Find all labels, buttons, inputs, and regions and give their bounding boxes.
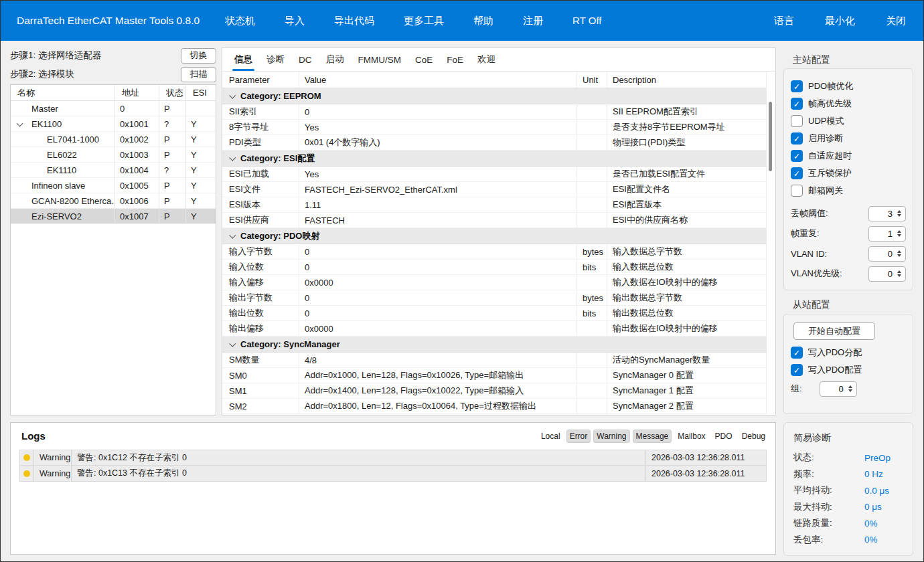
- log-filter-error[interactable]: Error: [566, 430, 591, 443]
- chevron-down-icon[interactable]: [229, 155, 236, 161]
- spinner-up-icon[interactable]: [897, 270, 901, 273]
- param-row[interactable]: SM0Addr=0x1000, Len=128, Flags=0x10026, …: [222, 368, 767, 383]
- tree-row[interactable]: Infineon slave0x1005PY: [11, 178, 216, 193]
- param-row[interactable]: 输入位数0bits输入数据总位数: [222, 260, 767, 275]
- param-row[interactable]: 8字节寻址Yes是否支持8字节EEPROM寻址: [222, 120, 767, 135]
- detail-tab[interactable]: 信息: [234, 48, 252, 71]
- category-row[interactable]: Category: SyncManager: [222, 337, 767, 353]
- param-header-value[interactable]: Value: [299, 72, 577, 88]
- detail-tab[interactable]: 启动: [326, 48, 344, 71]
- param-row[interactable]: SM数量4/8活动的SyncManager数量: [222, 353, 767, 368]
- spinner-down-icon[interactable]: [897, 214, 901, 217]
- param-row[interactable]: SM2Addr=0x1800, Len=12, Flags=0x10064, T…: [222, 399, 767, 414]
- spinner-down-icon[interactable]: [897, 254, 901, 257]
- detail-tab[interactable]: CoE: [415, 48, 433, 71]
- checkbox[interactable]: [791, 185, 803, 197]
- spinner-up-icon[interactable]: [897, 210, 901, 213]
- tree-header-address[interactable]: 地址: [115, 85, 159, 101]
- detail-tab[interactable]: 欢迎: [477, 48, 495, 71]
- tree-row[interactable]: Master0P: [11, 101, 216, 116]
- spinner-up-icon[interactable]: [848, 385, 852, 388]
- tree-header-status[interactable]: 状态: [159, 85, 186, 101]
- tree-header-esi[interactable]: ESI: [186, 85, 216, 101]
- titlebar-menu-item[interactable]: 更多工具: [404, 15, 444, 27]
- spinner-input[interactable]: 0: [820, 381, 857, 397]
- switch-adapter-button[interactable]: 切换: [181, 48, 216, 64]
- log-filter-pdo[interactable]: PDO: [712, 430, 736, 443]
- checkbox[interactable]: ✓: [791, 132, 803, 145]
- logs-title: Logs: [21, 430, 46, 442]
- detail-tab[interactable]: FMMU/SM: [358, 48, 402, 71]
- start-auto-config-button[interactable]: 开始自动配置: [793, 322, 875, 340]
- titlebar-menu-item[interactable]: 导出代码: [334, 15, 374, 27]
- category-row[interactable]: Category: ESI配置: [222, 151, 767, 167]
- spinner-up-icon[interactable]: [897, 230, 901, 233]
- titlebar-menu-item[interactable]: RT Off: [572, 15, 601, 27]
- tree-row[interactable]: EK11000x1001?Y: [11, 116, 216, 132]
- spinner-input[interactable]: 1: [868, 226, 906, 242]
- spinner-input[interactable]: 3: [868, 206, 906, 221]
- param-row[interactable]: 输入字节数0bytes输入数据总字节数: [222, 244, 767, 260]
- chevron-down-icon[interactable]: [229, 341, 236, 347]
- category-row[interactable]: Category: EEPROM: [222, 88, 767, 104]
- titlebar-menu-item[interactable]: 注册: [523, 15, 543, 27]
- scan-button[interactable]: 扫描: [181, 67, 216, 82]
- titlebar-menu-item[interactable]: 状态机: [225, 15, 255, 27]
- param-row[interactable]: ESI供应商FASTECHESI中的供应商名称: [222, 213, 767, 228]
- spinner-down-icon[interactable]: [848, 389, 852, 392]
- param-row[interactable]: 输入偏移0x0000输入数据在IO映射中的偏移: [222, 275, 767, 290]
- checkbox[interactable]: ✓: [791, 150, 803, 162]
- param-row[interactable]: SM1Addr=0x1400, Len=128, Flags=0x10022, …: [222, 383, 767, 399]
- log-filter-local[interactable]: Local: [538, 430, 564, 443]
- spinner-up-icon[interactable]: [897, 250, 901, 253]
- param-header-description[interactable]: Description: [607, 72, 767, 88]
- log-filter-debug[interactable]: Debug: [739, 430, 769, 443]
- spinner-input[interactable]: 0: [868, 266, 906, 282]
- spinner-down-icon[interactable]: [897, 274, 901, 277]
- checkbox[interactable]: ✓: [791, 98, 803, 110]
- spinner-input[interactable]: 0: [868, 246, 906, 262]
- spinner-down-icon[interactable]: [897, 234, 901, 237]
- param-row[interactable]: ESI版本1.11ESI配置版本: [222, 197, 767, 213]
- tree-row[interactable]: GCAN-8200 Etherca...0x1006PY: [11, 193, 216, 209]
- tree-row[interactable]: Ezi-SERVO20x1007PY: [11, 209, 216, 224]
- titlebar-menu-item[interactable]: 导入: [285, 15, 305, 27]
- log-row[interactable]: Warning警告: 0x1C13 不存在子索引 02026-03-03 12:…: [20, 466, 766, 481]
- vertical-scrollbar[interactable]: [769, 102, 772, 171]
- param-row[interactable]: 输出字节数0bytes输出数据总字节数: [222, 290, 767, 306]
- checkbox[interactable]: ✓: [791, 167, 803, 179]
- detail-tab[interactable]: DC: [299, 48, 312, 71]
- chevron-down-icon[interactable]: [229, 232, 236, 239]
- tree-cell-address: 0x1002: [115, 132, 159, 147]
- tree-row[interactable]: EK11100x1004?Y: [11, 163, 216, 178]
- chevron-down-icon[interactable]: [229, 92, 236, 99]
- detail-tab[interactable]: 诊断: [266, 48, 285, 71]
- log-row[interactable]: Warning警告: 0x1C12 不存在子索引 02026-03-03 12:…: [20, 450, 766, 466]
- param-header-parameter[interactable]: Parameter: [222, 72, 299, 88]
- param-row[interactable]: SII索引0SII EEPROM配置索引: [222, 104, 767, 120]
- tree-header-name[interactable]: 名称: [11, 85, 115, 101]
- log-filter-warning[interactable]: Warning: [593, 430, 629, 443]
- category-row[interactable]: Category: PDO映射: [222, 228, 767, 244]
- param-row[interactable]: ESI已加载Yes是否已加载ESI配置文件: [222, 167, 767, 182]
- param-header-unit[interactable]: Unit: [577, 72, 607, 88]
- window-control-button[interactable]: 关闭: [886, 15, 906, 27]
- checkbox[interactable]: ✓: [791, 364, 803, 376]
- detail-tab[interactable]: FoE: [447, 48, 463, 71]
- param-row[interactable]: 输出偏移0x0000输出数据在IO映射中的偏移: [222, 321, 767, 337]
- chevron-down-icon[interactable]: [17, 120, 23, 127]
- tree-row[interactable]: EL7041-10000x1002PY: [11, 132, 216, 147]
- log-filter-mailbox[interactable]: Mailbox: [674, 430, 708, 443]
- window-control-button[interactable]: 最小化: [825, 15, 855, 27]
- checkbox-label: 帧高优先级: [808, 98, 852, 110]
- param-row[interactable]: PDI类型0x01 (4个数字输入)物理接口(PDI)类型: [222, 135, 767, 151]
- window-control-button[interactable]: 语言: [774, 15, 794, 27]
- checkbox[interactable]: [791, 115, 803, 127]
- titlebar-menu-item[interactable]: 帮助: [473, 15, 493, 27]
- log-filter-message[interactable]: Message: [633, 430, 672, 443]
- param-row[interactable]: ESI文件FASTECH_Ezi-SERVO2_EtherCAT.xmlESI配…: [222, 182, 767, 197]
- tree-row[interactable]: EL60220x1003PY: [11, 147, 216, 163]
- checkbox[interactable]: ✓: [791, 80, 803, 92]
- param-row[interactable]: 输出位数0bits输出数据总位数: [222, 306, 767, 321]
- checkbox[interactable]: ✓: [791, 347, 803, 359]
